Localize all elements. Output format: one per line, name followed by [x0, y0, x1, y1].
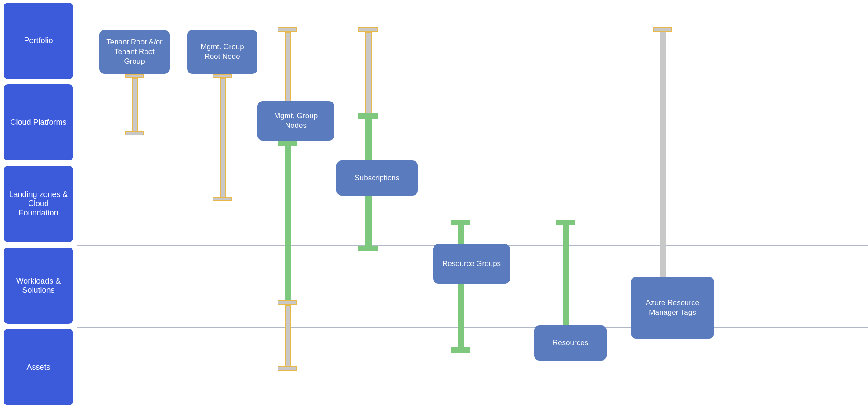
cap-tenant-top [125, 74, 144, 78]
stem-rg-green [458, 225, 464, 348]
cap-subs-top [358, 27, 378, 32]
divider-1 [77, 82, 868, 82]
cap-tenant-bottom [125, 131, 144, 135]
stem-tenant [132, 78, 138, 135]
cap-mgmt-nodes-btm [278, 366, 297, 371]
node-subscriptions: Subscriptions [336, 160, 418, 196]
node-resources: Resources [534, 325, 607, 361]
cap-rg-bottom [451, 347, 470, 353]
cap-subs-green-bottom [358, 246, 378, 251]
stem-mgmt-root [220, 78, 226, 201]
cap-rg-top [451, 220, 470, 225]
node-mgmt-nodes: Mgmt. Group Nodes [257, 101, 334, 141]
diagram-container: Portfolio Cloud Platforms Landing zones … [0, 0, 868, 408]
node-resource-groups: Resource Groups [433, 244, 510, 284]
stem-mgmt-nodes-green [285, 146, 291, 300]
divider-2 [77, 164, 868, 164]
cap-mgmt-root-bottom [213, 197, 232, 201]
divider-4 [77, 327, 868, 328]
sidebar-row-portfolio: Portfolio [4, 3, 73, 79]
node-mgmt-root: Mgmt. Group Root Node [187, 30, 257, 74]
cap-mgmt-nodes-green-top [278, 141, 297, 146]
cap-mgmt-nodes-top [278, 27, 297, 32]
sidebar-row-landing-zones: Landing zones & Cloud Foundation [4, 166, 73, 242]
sidebar: Portfolio Cloud Platforms Landing zones … [0, 0, 77, 408]
node-azure-rm-tags: Azure Resource Manager Tags [631, 277, 714, 339]
cap-mgmt-root-top [213, 74, 232, 78]
sidebar-row-cloud-platforms: Cloud Platforms [4, 84, 73, 161]
stem-subs-gray-top [365, 32, 372, 119]
node-tenant-root: Tenant Root &/or Tenant Root Group [99, 30, 170, 74]
sidebar-row-assets: Assets [4, 329, 73, 405]
cap-subs-green-start [358, 113, 378, 119]
stem-mgmt-nodes-bottom [285, 305, 291, 367]
cap-arm-top [653, 27, 672, 32]
cap-res-top [556, 220, 575, 225]
cap-mgmt-nodes-bottom-gray [278, 300, 297, 305]
sidebar-row-workloads: Workloads & Solutions [4, 248, 73, 324]
main-content: Tenant Root &/or Tenant Root Group Mgmt.… [77, 0, 868, 408]
